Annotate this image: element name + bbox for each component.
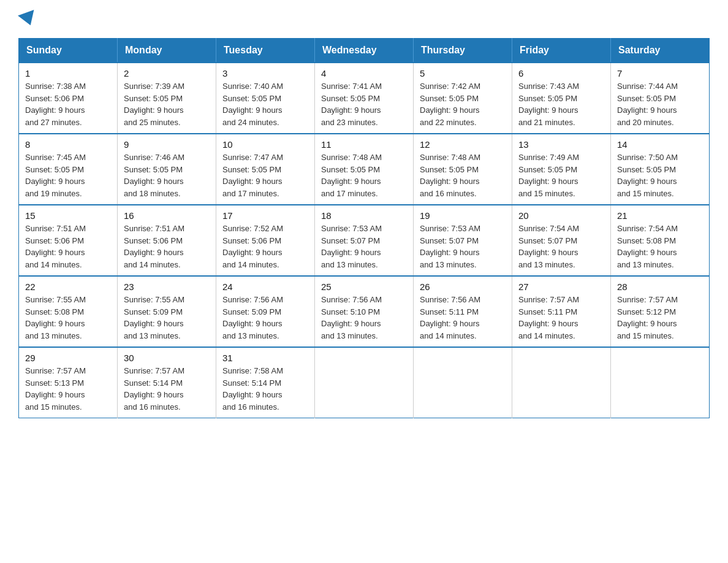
day-info: Sunrise: 7:56 AMSunset: 5:10 PMDaylight:… (321, 294, 407, 342)
day-number: 4 (321, 68, 407, 79)
week-row-1: 1Sunrise: 7:38 AMSunset: 5:06 PMDaylight… (19, 63, 710, 134)
day-number: 13 (518, 139, 604, 150)
day-cell-3: 3Sunrise: 7:40 AMSunset: 5:05 PMDaylight… (216, 63, 315, 134)
day-number: 31 (222, 353, 308, 363)
day-cell-30: 30Sunrise: 7:57 AMSunset: 5:14 PMDayligh… (118, 347, 216, 418)
day-cell-10: 10Sunrise: 7:47 AMSunset: 5:05 PMDayligh… (216, 134, 315, 205)
day-cell-21: 21Sunrise: 7:54 AMSunset: 5:08 PMDayligh… (611, 205, 710, 276)
day-info: Sunrise: 7:53 AMSunset: 5:07 PMDaylight:… (321, 223, 407, 270)
weekday-header-row: SundayMondayTuesdayWednesdayThursdayFrid… (19, 39, 710, 63)
day-number: 25 (321, 282, 407, 292)
day-number: 22 (25, 282, 111, 292)
day-info: Sunrise: 7:55 AMSunset: 5:08 PMDaylight:… (25, 294, 111, 342)
day-cell-6: 6Sunrise: 7:43 AMSunset: 5:05 PMDaylight… (512, 63, 611, 134)
day-info: Sunrise: 7:57 AMSunset: 5:12 PMDaylight:… (617, 294, 703, 342)
day-cell-1: 1Sunrise: 7:38 AMSunset: 5:06 PMDaylight… (19, 63, 118, 134)
empty-cell (512, 347, 611, 418)
week-row-3: 15Sunrise: 7:51 AMSunset: 5:06 PMDayligh… (19, 205, 710, 276)
day-info: Sunrise: 7:44 AMSunset: 5:05 PMDaylight:… (617, 80, 703, 128)
day-cell-15: 15Sunrise: 7:51 AMSunset: 5:06 PMDayligh… (19, 205, 118, 276)
day-cell-22: 22Sunrise: 7:55 AMSunset: 5:08 PMDayligh… (19, 276, 118, 347)
week-row-4: 22Sunrise: 7:55 AMSunset: 5:08 PMDayligh… (19, 276, 710, 347)
week-row-5: 29Sunrise: 7:57 AMSunset: 5:13 PMDayligh… (19, 347, 710, 418)
day-info: Sunrise: 7:39 AMSunset: 5:05 PMDaylight:… (124, 80, 210, 128)
empty-cell (315, 347, 414, 418)
day-cell-5: 5Sunrise: 7:42 AMSunset: 5:05 PMDaylight… (414, 63, 512, 134)
day-number: 17 (222, 210, 308, 221)
day-info: Sunrise: 7:54 AMSunset: 5:07 PMDaylight:… (518, 223, 604, 270)
day-cell-27: 27Sunrise: 7:57 AMSunset: 5:11 PMDayligh… (512, 276, 611, 347)
day-cell-31: 31Sunrise: 7:58 AMSunset: 5:14 PMDayligh… (216, 347, 315, 418)
day-info: Sunrise: 7:53 AMSunset: 5:07 PMDaylight:… (420, 223, 506, 270)
day-info: Sunrise: 7:52 AMSunset: 5:06 PMDaylight:… (222, 223, 308, 270)
day-number: 7 (617, 68, 703, 79)
day-cell-23: 23Sunrise: 7:55 AMSunset: 5:09 PMDayligh… (118, 276, 216, 347)
day-cell-14: 14Sunrise: 7:50 AMSunset: 5:05 PMDayligh… (611, 134, 710, 205)
day-info: Sunrise: 7:48 AMSunset: 5:05 PMDaylight:… (420, 151, 506, 199)
day-cell-4: 4Sunrise: 7:41 AMSunset: 5:05 PMDaylight… (315, 63, 414, 134)
day-cell-7: 7Sunrise: 7:44 AMSunset: 5:05 PMDaylight… (611, 63, 710, 134)
day-info: Sunrise: 7:51 AMSunset: 5:06 PMDaylight:… (124, 223, 210, 270)
day-cell-20: 20Sunrise: 7:54 AMSunset: 5:07 PMDayligh… (512, 205, 611, 276)
day-info: Sunrise: 7:57 AMSunset: 5:11 PMDaylight:… (518, 294, 604, 342)
day-info: Sunrise: 7:57 AMSunset: 5:14 PMDaylight:… (124, 365, 210, 413)
day-cell-16: 16Sunrise: 7:51 AMSunset: 5:06 PMDayligh… (118, 205, 216, 276)
day-info: Sunrise: 7:56 AMSunset: 5:11 PMDaylight:… (420, 294, 506, 342)
day-number: 24 (222, 282, 308, 292)
day-info: Sunrise: 7:45 AMSunset: 5:05 PMDaylight:… (25, 151, 111, 199)
day-info: Sunrise: 7:47 AMSunset: 5:05 PMDaylight:… (222, 151, 308, 199)
day-info: Sunrise: 7:38 AMSunset: 5:06 PMDaylight:… (25, 80, 111, 128)
day-number: 16 (124, 210, 210, 221)
day-cell-12: 12Sunrise: 7:48 AMSunset: 5:05 PMDayligh… (414, 134, 512, 205)
day-cell-25: 25Sunrise: 7:56 AMSunset: 5:10 PMDayligh… (315, 276, 414, 347)
day-number: 10 (222, 139, 308, 150)
day-info: Sunrise: 7:40 AMSunset: 5:05 PMDaylight:… (222, 80, 308, 128)
day-cell-13: 13Sunrise: 7:49 AMSunset: 5:05 PMDayligh… (512, 134, 611, 205)
day-cell-11: 11Sunrise: 7:48 AMSunset: 5:05 PMDayligh… (315, 134, 414, 205)
logo-triangle-icon (18, 10, 39, 28)
day-cell-24: 24Sunrise: 7:56 AMSunset: 5:09 PMDayligh… (216, 276, 315, 347)
day-cell-28: 28Sunrise: 7:57 AMSunset: 5:12 PMDayligh… (611, 276, 710, 347)
day-number: 19 (420, 210, 506, 221)
day-cell-9: 9Sunrise: 7:46 AMSunset: 5:05 PMDaylight… (118, 134, 216, 205)
day-number: 1 (25, 68, 111, 79)
weekday-header-thursday: Thursday (414, 39, 512, 63)
day-cell-2: 2Sunrise: 7:39 AMSunset: 5:05 PMDaylight… (118, 63, 216, 134)
day-info: Sunrise: 7:56 AMSunset: 5:09 PMDaylight:… (222, 294, 308, 342)
day-number: 11 (321, 139, 407, 150)
day-number: 28 (617, 282, 703, 292)
day-cell-18: 18Sunrise: 7:53 AMSunset: 5:07 PMDayligh… (315, 205, 414, 276)
empty-cell (414, 347, 512, 418)
day-number: 23 (124, 282, 210, 292)
day-number: 18 (321, 210, 407, 221)
day-number: 21 (617, 210, 703, 221)
weekday-header-saturday: Saturday (611, 39, 710, 63)
header (18, 12, 710, 26)
day-number: 3 (222, 68, 308, 79)
weekday-header-friday: Friday (512, 39, 611, 63)
day-info: Sunrise: 7:48 AMSunset: 5:05 PMDaylight:… (321, 151, 407, 199)
day-number: 26 (420, 282, 506, 292)
weekday-header-sunday: Sunday (19, 39, 118, 63)
weekday-header-tuesday: Tuesday (216, 39, 315, 63)
day-cell-17: 17Sunrise: 7:52 AMSunset: 5:06 PMDayligh… (216, 205, 315, 276)
day-cell-29: 29Sunrise: 7:57 AMSunset: 5:13 PMDayligh… (19, 347, 118, 418)
day-number: 29 (25, 353, 111, 363)
day-number: 9 (124, 139, 210, 150)
day-info: Sunrise: 7:41 AMSunset: 5:05 PMDaylight:… (321, 80, 407, 128)
day-number: 15 (25, 210, 111, 221)
day-number: 6 (518, 68, 604, 79)
day-info: Sunrise: 7:57 AMSunset: 5:13 PMDaylight:… (25, 365, 111, 413)
weekday-header-monday: Monday (118, 39, 216, 63)
weekday-header-wednesday: Wednesday (315, 39, 414, 63)
day-number: 2 (124, 68, 210, 79)
week-row-2: 8Sunrise: 7:45 AMSunset: 5:05 PMDaylight… (19, 134, 710, 205)
day-cell-26: 26Sunrise: 7:56 AMSunset: 5:11 PMDayligh… (414, 276, 512, 347)
day-info: Sunrise: 7:51 AMSunset: 5:06 PMDaylight:… (25, 223, 111, 270)
day-number: 8 (25, 139, 111, 150)
day-info: Sunrise: 7:42 AMSunset: 5:05 PMDaylight:… (420, 80, 506, 128)
empty-cell (611, 347, 710, 418)
day-number: 30 (124, 353, 210, 363)
day-number: 14 (617, 139, 703, 150)
day-number: 5 (420, 68, 506, 79)
